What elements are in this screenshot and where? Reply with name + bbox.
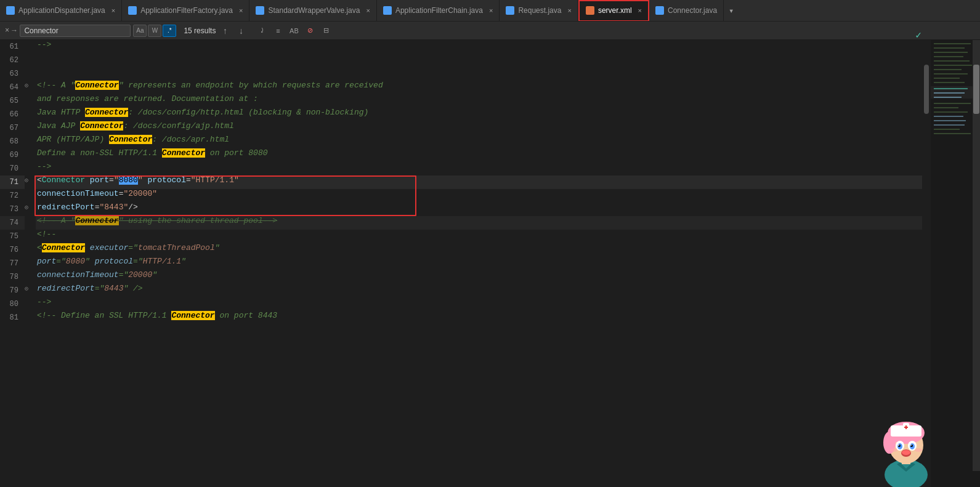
line-code-66: Java HTTP Connector: /docs/config/http.h… [36, 108, 922, 121]
left-margin-81 [25, 311, 36, 324]
line-code-76: <Connector executor="tomcatThreadPool" [36, 243, 922, 257]
tab-standard-wrapper-valve[interactable]: StandardWrapperValve.java × [249, 0, 376, 22]
line-code-80: --> [36, 297, 922, 311]
line-code-68: APR (HTTP/AJP) Connector: /docs/apr.html [36, 135, 922, 148]
svg-rect-4 [934, 56, 963, 57]
code-line-62: 62 [0, 54, 922, 67]
tab-bar: ApplicationDispatcher.java × Application… [0, 0, 980, 22]
search-close-results-icon[interactable]: ⊘ [303, 25, 317, 37]
left-margin-69 [25, 148, 36, 162]
svg-rect-2 [934, 47, 965, 49]
tab-application-filter-chain[interactable]: ApplicationFilterChain.java × [377, 0, 500, 22]
code-line-80: 80 --> [0, 297, 922, 311]
line-number-64: 64 [0, 81, 25, 94]
match-case-button[interactable]: Aa [133, 25, 147, 37]
tab-close-icon[interactable]: × [366, 7, 370, 14]
tab-overflow-button[interactable]: ▾ [724, 6, 739, 16]
svg-point-40 [898, 445, 899, 446]
search-options: Aa W .* [133, 25, 176, 37]
tab-label: Connector.java [668, 6, 717, 15]
editor-area: 61 --> 62 63 64 ⊙ [0, 40, 980, 487]
tab-label: StandardWrapperValve.java [268, 6, 360, 15]
left-margin-62 [25, 54, 36, 67]
java-icon [383, 6, 392, 15]
search-wrap-icon[interactable]: ⤸ [255, 25, 269, 37]
regex-button[interactable]: .* [163, 25, 176, 37]
search-filter-icon[interactable]: ⊟ [319, 25, 333, 37]
line-number-67: 67 [0, 121, 25, 135]
code-line-76: 76 <Connector executor="tomcatThreadPool… [0, 243, 922, 257]
line-code-78: connectionTimeout="20000" [36, 270, 922, 284]
code-line-64: 64 ⊙ <!-- A "Connector" represents an en… [0, 81, 922, 94]
anime-svg [866, 401, 946, 487]
tab-close-icon[interactable]: × [111, 7, 115, 14]
line-number-79: 79 [0, 284, 25, 297]
search-results-count: 15 results [184, 26, 216, 35]
search-next-button[interactable]: ↓ [234, 25, 248, 37]
line-code-67: Java AJP Connector: /docs/config/ajp.htm… [36, 121, 922, 135]
code-line-61: 61 --> [0, 40, 922, 54]
line-code-69: Define a non-SSL HTTP/1.1 Connector on p… [36, 148, 922, 162]
svg-rect-18 [934, 116, 963, 117]
code-line-79: 79 ⊙ redirectPort="8443" /> [0, 284, 922, 297]
java-icon [6, 6, 15, 15]
left-margin-72 [25, 189, 36, 203]
line-code-77: port="8080" protocol="HTTP/1.1" [36, 257, 922, 270]
left-margin-66 [25, 108, 36, 121]
search-prev-button[interactable]: ↑ [218, 25, 232, 37]
code-line-66: 66 Java HTTP Connector: /docs/config/htt… [0, 108, 922, 121]
tab-close-icon[interactable]: × [638, 7, 642, 14]
tab-close-icon[interactable]: × [239, 7, 243, 14]
search-close-button[interactable]: × [5, 26, 9, 35]
tab-close-icon[interactable]: × [489, 7, 493, 14]
java-icon [655, 6, 664, 15]
svg-rect-20 [934, 124, 965, 126]
line-code-81: <!-- Define an SSL HTTP/1.1 Connector on… [36, 311, 922, 324]
code-line-77: 77 port="8080" protocol="HTTP/1.1" [0, 257, 922, 270]
line-code-75: <!-- [36, 230, 922, 243]
left-margin-65 [25, 94, 36, 108]
tab-close-icon[interactable]: × [567, 7, 571, 14]
code-line-67: 67 Java AJP Connector: /docs/config/ajp.… [0, 121, 922, 135]
tab-label: ApplicationFilterChain.java [395, 6, 483, 15]
whole-word-button[interactable]: W [148, 25, 161, 37]
line-code-79: redirectPort="8443" /> [36, 284, 922, 297]
line-code-71: <Connector port="8080" protocol="HTTP/1.… [36, 175, 922, 189]
code-line-65: 65 and responses are returned. Documenta… [0, 94, 922, 108]
left-margin-74 [25, 216, 36, 230]
line-code-62 [36, 54, 922, 67]
tab-request[interactable]: Request.java × [500, 0, 578, 22]
svg-point-41 [910, 445, 912, 446]
left-margin-73: ⊙ [25, 203, 36, 216]
line-code-70: --> [36, 162, 922, 175]
tab-connector-java[interactable]: Connector.java [649, 0, 724, 22]
code-line-68: 68 APR (HTTP/AJP) Connector: /docs/apr.h… [0, 135, 922, 148]
search-additional-options: ⤸ ≡ AB ⊘ ⊟ [255, 25, 333, 37]
svg-rect-16 [934, 107, 958, 108]
code-line-71: 71 ⊙ <Connector port="8080" protocol="HT… [0, 175, 922, 189]
code-line-73: 73 ⊙ redirectPort="8443"/> [0, 203, 922, 216]
line-code-73: redirectPort="8443"/> [36, 203, 922, 216]
code-editor[interactable]: 61 --> 62 63 64 ⊙ [0, 40, 922, 487]
line-number-72: 72 [0, 189, 25, 203]
tab-application-dispatcher[interactable]: ApplicationDispatcher.java × [0, 0, 122, 22]
code-line-70: 70 --> [0, 162, 922, 175]
editor-container: 61 --> 62 63 64 ⊙ [0, 40, 980, 487]
search-forward-icon: → [12, 26, 16, 35]
tab-application-filter-factory[interactable]: ApplicationFilterFactory.java × [122, 0, 249, 22]
left-margin-78 [25, 270, 36, 284]
line-code-61: --> [36, 40, 922, 54]
tab-label: ApplicationFilterFactory.java [140, 6, 233, 15]
svg-point-45 [915, 448, 922, 452]
line-number-68: 68 [0, 135, 25, 148]
line-number-74: 74 [0, 216, 25, 230]
scrollbar-thumb[interactable] [924, 65, 929, 114]
anime-character [866, 401, 946, 487]
line-code-74: <!-- A "Connector" using the shared thre… [36, 216, 922, 230]
search-find-all-icon[interactable]: ≡ [271, 25, 285, 37]
line-number-63: 63 [0, 67, 25, 81]
search-case-preserve-icon[interactable]: AB [287, 25, 301, 37]
code-line-81: 81 <!-- Define an SSL HTTP/1.1 Connector… [0, 311, 922, 324]
search-query-text: Connector [24, 26, 58, 35]
tab-server-xml[interactable]: server.xml × [578, 0, 649, 22]
